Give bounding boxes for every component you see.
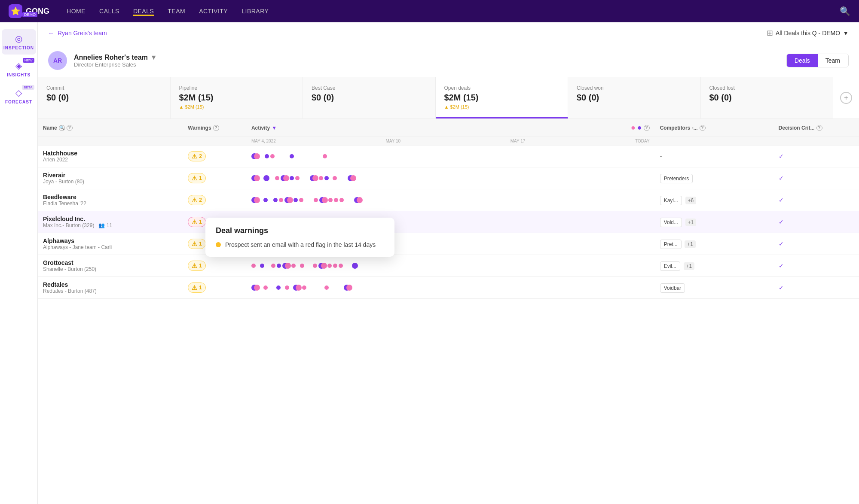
team-info: Annelies Roher's team ▼ Director Enterpr… bbox=[74, 54, 780, 68]
sidebar-label-insights: INSIGHTS bbox=[7, 73, 31, 77]
filter-label: All Deals this Q - DEMO bbox=[776, 30, 840, 36]
sort-icon[interactable]: ▼ bbox=[272, 125, 277, 131]
summary-card-closedwon[interactable]: Closed won $0 (0) bbox=[568, 77, 701, 118]
competitor-badge: Void... bbox=[660, 218, 682, 227]
warning-badge[interactable]: ⚠2 bbox=[188, 151, 206, 161]
summary-card-commit[interactable]: Commit $0 (0) bbox=[38, 77, 171, 118]
tab-deals[interactable]: Deals bbox=[787, 54, 818, 67]
sidebar-label-inspection: INSPECTION bbox=[3, 46, 34, 50]
competitor-badge: Evil... bbox=[660, 261, 680, 271]
search-icon[interactable]: 🔍 bbox=[840, 6, 850, 16]
table-header-row: Name 🔍 ? Warnings ? bbox=[38, 119, 859, 137]
check-icon: ✓ bbox=[779, 197, 784, 203]
team-name: Annelies Roher's team ▼ bbox=[74, 54, 780, 61]
deal-name-cell[interactable]: Riverair Joya - Burton (80) bbox=[38, 167, 183, 189]
competitors-cell: Void... +1 bbox=[655, 211, 773, 233]
breadcrumb[interactable]: ← Ryan Greis's team bbox=[48, 30, 107, 36]
sidebar-item-inspection[interactable]: ◎ INSPECTION bbox=[2, 29, 36, 55]
name-info-icon[interactable]: ? bbox=[67, 125, 73, 131]
summary-card-closedlost[interactable]: Closed lost $0 (0) bbox=[701, 77, 834, 118]
warning-badge[interactable]: ⚠2 bbox=[188, 195, 206, 205]
warning-badge[interactable]: ⚠1 bbox=[188, 173, 206, 183]
top-navigation: ⭐ GONG DEMO HOME CALLS DEALS TEAM ACTIVI… bbox=[0, 0, 859, 22]
warnings-cell[interactable]: ⚠1 bbox=[183, 255, 246, 277]
decision-cell: ✓ bbox=[773, 211, 859, 233]
card-value-bestcase: $0 (0) bbox=[312, 93, 427, 103]
th-decision: Decision Crit... ? bbox=[773, 119, 859, 137]
decision-cell: ✓ bbox=[773, 189, 859, 211]
nav-item-team[interactable]: TEAM bbox=[168, 8, 185, 15]
nav-item-library[interactable]: LIBRARY bbox=[241, 8, 269, 15]
card-label-opendeals: Open deals bbox=[444, 85, 559, 91]
search-icon[interactable]: 🔍 bbox=[59, 125, 65, 131]
decision-info-icon[interactable]: ? bbox=[816, 125, 822, 131]
nav-item-calls[interactable]: CALLS bbox=[99, 8, 119, 15]
th-warnings: Warnings ? bbox=[183, 119, 246, 137]
activity-cell bbox=[246, 277, 655, 299]
warning-icon: ⚠ bbox=[192, 262, 197, 269]
warnings-cell[interactable]: ⚠2 bbox=[183, 189, 246, 211]
new-badge: NEW bbox=[23, 58, 34, 63]
deal-name-cell[interactable]: Hatchhouse Arlen 2022 bbox=[38, 146, 183, 167]
warnings-cell[interactable]: ⚠1 bbox=[183, 167, 246, 189]
warnings-cell[interactable]: ⚠1 bbox=[183, 277, 246, 299]
th-activity: Activity ▼ ● ● ? bbox=[246, 119, 655, 137]
decision-cell: ✓ bbox=[773, 233, 859, 255]
deal-name-cell[interactable]: Grottocast Shanelle - Burton (250) bbox=[38, 255, 183, 277]
nav-item-deals[interactable]: DEALS bbox=[133, 8, 154, 16]
popup-item: Prospect sent an email with a red flag i… bbox=[216, 241, 384, 248]
table-row: Grottocast Shanelle - Burton (250) ⚠1 bbox=[38, 255, 859, 277]
logo-demo-badge: DEMO bbox=[22, 12, 37, 17]
activity-cell bbox=[246, 189, 655, 211]
competitor-badge: Voidbar bbox=[660, 283, 685, 293]
card-sub-pipeline: ▲ $2M (15) bbox=[179, 104, 294, 109]
warning-icon: ⚠ bbox=[192, 197, 197, 203]
competitors-cell: Pret... +1 bbox=[655, 233, 773, 255]
warning-dot-icon bbox=[216, 242, 221, 247]
summary-cards: Commit $0 (0) Pipeline $2M (15) ▲ $2M (1… bbox=[38, 77, 859, 119]
warning-badge[interactable]: ⚠1 bbox=[188, 261, 206, 271]
competitors-cell: Evil... +1 bbox=[655, 255, 773, 277]
decision-cell: ✓ bbox=[773, 277, 859, 299]
date-label-3: MAY 17 bbox=[511, 139, 526, 143]
competitors-cell: Pretenders bbox=[655, 167, 773, 189]
deal-name-cell[interactable]: Alphaways Alphaways - Jane team - Carli bbox=[38, 233, 183, 255]
beta-badge: BETA bbox=[22, 85, 34, 90]
deal-name-cell[interactable]: Pixelcloud Inc. Max Inc.- Burton (329) 👥… bbox=[38, 211, 183, 233]
summary-card-bestcase[interactable]: Best Case $0 (0) bbox=[303, 77, 436, 118]
decision-cell: ✓ bbox=[773, 167, 859, 189]
nav-item-activity[interactable]: ACTIVITY bbox=[199, 8, 228, 15]
warnings-cell[interactable]: ⚠2 bbox=[183, 146, 246, 167]
plus-badge: +1 bbox=[684, 262, 695, 270]
warning-badge[interactable]: ⚠1 bbox=[188, 217, 206, 227]
check-icon: ✓ bbox=[779, 284, 784, 291]
sidebar-item-insights[interactable]: NEW ◈ INSIGHTS bbox=[2, 56, 36, 82]
activity-toggle-pink: ● bbox=[631, 123, 636, 132]
date-label-2: MAY 10 bbox=[385, 139, 400, 143]
logo[interactable]: ⭐ GONG DEMO bbox=[9, 4, 49, 18]
chevron-down-icon[interactable]: ▼ bbox=[150, 54, 157, 61]
competitor-badge: Pret... bbox=[660, 240, 682, 249]
nav-item-home[interactable]: HOME bbox=[67, 8, 86, 15]
warning-badge[interactable]: ⚠1 bbox=[188, 282, 206, 293]
grid-icon: ⊞ bbox=[767, 28, 773, 38]
sidebar-item-forecast[interactable]: BETA ◇ FORECAST bbox=[2, 83, 36, 109]
content-area: ← Ryan Greis's team ⊞ All Deals this Q -… bbox=[38, 22, 859, 504]
card-value-commit: $0 (0) bbox=[46, 93, 162, 103]
summary-card-opendeals[interactable]: Open deals $2M (15) ▲ $2M (15) bbox=[436, 77, 569, 118]
popup-title: Deal warnings bbox=[216, 226, 384, 235]
competitor-badge: Pretenders bbox=[660, 174, 693, 183]
filter-selector[interactable]: ⊞ All Deals this Q - DEMO ▼ bbox=[767, 28, 849, 38]
activity-info-icon[interactable]: ? bbox=[644, 125, 650, 131]
warnings-info-icon[interactable]: ? bbox=[213, 125, 219, 131]
competitors-info-icon[interactable]: ? bbox=[700, 125, 706, 131]
summary-card-pipeline[interactable]: Pipeline $2M (15) ▲ $2M (15) bbox=[171, 77, 303, 118]
tab-team[interactable]: Team bbox=[818, 54, 848, 67]
breadcrumb-arrow-icon: ← bbox=[48, 30, 54, 36]
deal-name-cell[interactable]: Beedleware Eladia Tenesha '22 bbox=[38, 189, 183, 211]
add-card-button[interactable]: + bbox=[840, 92, 852, 104]
card-value-closedlost: $0 (0) bbox=[709, 93, 825, 103]
th-competitors: Competitors -... ? bbox=[655, 119, 773, 137]
warning-badge[interactable]: ⚠1 bbox=[188, 239, 206, 249]
deal-name-cell[interactable]: Redtales Redtales - Burton (487) bbox=[38, 277, 183, 299]
